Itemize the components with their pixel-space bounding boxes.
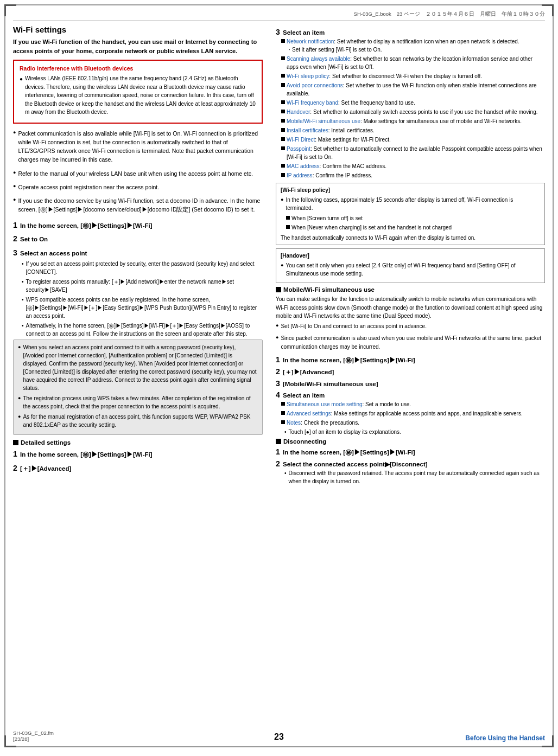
step3-item-freq-band: Wi-Fi frequency band: Set the frequency … [281,99,545,107]
step3-item-sleep-policy: Wi-Fi sleep policy: Set whether to disco… [281,72,545,80]
intro-text: If you use Wi-Fi function of the handset… [13,37,263,55]
step3-item-wifi-direct: Wi-Fi Direct: Make settings for Wi-Fi Di… [281,136,545,144]
body-bullet-1: ● Packet communication is also available… [13,129,263,167]
dot-icon-3: ● [13,183,16,194]
radio-interference-box: Radio interference with Bluetooth device… [13,60,263,124]
footer-section: Before Using the Handset [465,734,545,742]
handover-bullet: ● You can set it only when you select [2… [281,261,540,278]
mw-sq-1 [281,402,285,406]
dot-icon-4: ● [13,197,16,217]
step3-items: Network notification: Set whether to dis… [276,37,545,180]
disconnecting-heading: Disconnecting [276,438,545,445]
handover-dot: ● [281,262,283,278]
footer-left: SH-03G_E_02.fm [23/28] [13,730,54,742]
body-text-3: Operate access point registration near t… [18,183,159,191]
mobile-wifi-body1: You can make settings for the function t… [276,295,545,321]
disc-step1: 1 In the home screen, [㊙]▶[Settings]▶[Wi… [276,447,545,457]
page-title: Wi-Fi settings [13,25,263,34]
sq-sm-2 [281,56,285,60]
step3-sub-4: • Alternatively, in the home screen, [㊙]… [22,322,263,338]
note-bullet-1: ● When you select an access point and co… [18,343,258,392]
step3-item-avoid-poor: Avoid poor connections: Set whether to u… [281,81,545,98]
sq-icon-3 [276,439,281,444]
sq-icon-1 [13,440,18,445]
corner-tr [542,4,554,16]
sq-sm-11 [281,164,285,168]
mw-step2: 2 [＋]▶[Advanced] [276,367,545,376]
corner-tl [4,4,16,16]
page-wrapper: SH-03G_E.book 23 ページ ２０１５年４月６日 月曜日 午前１０時… [4,4,554,747]
note-dot-3: ● [18,413,21,429]
radio-bullet-1: ● Wireless LANs (IEEE 802.11b/g/n) use t… [20,74,256,117]
footer-page-number: 23 [274,732,284,742]
mw-step4: 4 Select an item [276,390,545,399]
step3-sub-1: • If you select an access point protecte… [22,260,263,276]
step3-item-ip: IP address: Confirm the IP address. [281,171,545,180]
sq-sm-5 [281,100,285,104]
footer: SH-03G_E_02.fm [23/28] 23 Before Using t… [5,730,553,742]
radio-bullet-text: Wireless LANs (IEEE 802.11b/g/n) use the… [25,74,256,117]
step3-item-install-certs: Install certificates: Install certificat… [281,126,545,134]
sq-sm-9 [281,137,285,141]
handover-title: [Handover] [281,252,540,260]
body-bullet-2: ● Refer to the manual of your wireless L… [13,169,263,181]
left-step2: 2 Set to On [13,234,263,245]
disc-note: • Disconnect with the password retained.… [284,469,545,485]
body-text-1: Packet communication is also available w… [18,129,263,164]
touch-note-icon: • [284,428,287,436]
header-meta: SH-03G_E.book 23 ページ ２０１５年４月６日 月曜日 午前１０時… [13,11,545,21]
detail-step2: 2 [＋]▶[Advanced] [13,463,263,474]
sq-sm-3 [281,74,285,78]
note-dot-1: ● [18,344,21,392]
detail-step1: 1 In the home screen, [㊙]▶[Settings]▶[Wi… [13,449,263,460]
mw-dot-1: ● [276,323,278,332]
sq-sm-6 [281,110,285,113]
circle-icon: ● [20,75,23,117]
sq-icon-2 [276,287,281,292]
mw-touch-note: • Touch [●] of an item to display its ex… [284,428,545,436]
mw-item-sim-mode: Simultaneous use mode setting: Set a mod… [281,400,545,408]
sleep-bullet-1: ● In the following cases, approximately … [281,196,540,212]
sleep-sq-2 [286,225,290,229]
disc-step2: 2 Select the connected access point▶[Dis… [276,459,545,468]
dot-icon-1: ● [13,130,16,167]
note-dot-2: ● [18,395,21,411]
mw-step3: 3 [Mobile/Wi-Fi simultaneous use] [276,379,545,388]
main-content: Wi-Fi settings If you use Wi-Fi function… [13,25,545,487]
sleep-sub-2: When [Never when charging] is set and th… [286,223,540,232]
radio-box-content: ● Wireless LANs (IEEE 802.11b/g/n) use t… [20,74,256,117]
sq-sm-12 [281,173,285,177]
step3-item-network-notification: Network notification: Set whether to dis… [281,37,545,54]
step3-sub-2: • To register access points manually: [＋… [22,278,263,294]
sq-sm-7 [281,119,285,123]
sq-sm-4 [281,83,285,87]
footer-file: SH-03G_E_02.fm [13,730,54,736]
mw-item-notes: Notes: Check the precautions. [281,419,545,427]
left-step3: 3 Select an access point [13,248,263,259]
handover-box: [Handover] ● You can set it only when yo… [276,248,545,283]
sleep-sub-1: When [Screen turns off] is set [286,214,540,222]
left-column: Wi-Fi settings If you use Wi-Fi function… [13,25,263,487]
wifi-sleep-box: [Wi-Fi sleep policy] ● In the following … [276,183,545,245]
right-column: 3 Select an item Network notification: S… [276,25,545,487]
step3-item-scanning: Scanning always available: Set whether t… [281,55,545,71]
note-box-1: ● When you select an access point and co… [13,339,263,435]
sub-bullet-icon-2: • [22,278,24,294]
mobile-wifi-note2: ● Since packet communication is also use… [276,334,545,353]
mw-dot-2: ● [276,335,278,353]
mobile-wifi-heading: Mobile/Wi-Fi simultaneous use [276,286,545,293]
mw-sq-2 [281,411,285,415]
body-bullet-4: ● If you use the docomo service by using… [13,196,263,217]
body-bullet-3: ● Operate access point registration near… [13,183,263,194]
step3-item-handover: Handover: Set whether to automatically s… [281,108,545,116]
sleep-note: The handset automatically connects to Wi… [281,234,540,242]
sub-bullet-icon-4: • [22,322,24,338]
mobile-wifi-note1: ● Set [Wi-Fi] to On and connect to an ac… [276,322,545,332]
sq-sm-1 [281,39,285,43]
wifi-sleep-title: [Wi-Fi sleep policy] [281,186,540,194]
step3-item-mac: MAC address: Confirm the MAC address. [281,162,545,170]
sub-bullet-icon-1: • [22,260,24,276]
step3-item-passpoint: Passpoint: Set whether to automatically … [281,145,545,161]
sleep-sq-1 [286,216,290,220]
note-bullet-3: ● As for the manual registration of an a… [18,413,258,429]
